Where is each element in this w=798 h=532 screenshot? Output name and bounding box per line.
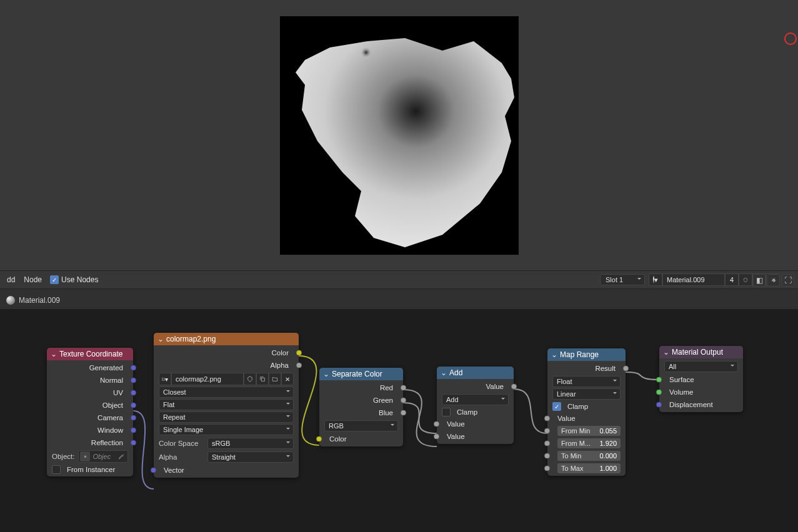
- image-browse-button[interactable]: ▾: [159, 373, 171, 385]
- source-dropdown[interactable]: Single Image: [159, 424, 294, 435]
- socket-surface[interactable]: [656, 377, 662, 383]
- object-field[interactable]: ▫ Objec: [78, 450, 128, 463]
- socket-red[interactable]: [401, 385, 406, 391]
- interp-type-dropdown[interactable]: Linear: [552, 388, 621, 400]
- eyedropper-icon[interactable]: [116, 451, 126, 461]
- node-texture-coordinate[interactable]: ⌄ Texture Coordinate Generated Normal UV…: [47, 348, 133, 476]
- node-image-texture[interactable]: ⌄ colormap2.png Color Alpha ▾ colormap2.…: [154, 333, 299, 478]
- socket-window[interactable]: [131, 428, 136, 433]
- user-count[interactable]: 4: [725, 273, 739, 286]
- fake-user-button[interactable]: [739, 273, 752, 286]
- node-header[interactable]: ⌄ Map Range: [547, 348, 626, 361]
- folder-icon: [272, 376, 278, 382]
- node-header[interactable]: ⌄ Material Output: [659, 346, 743, 358]
- node-editor-canvas[interactable]: ⌄ Texture Coordinate Generated Normal UV…: [0, 309, 798, 532]
- shield-icon: [743, 277, 748, 283]
- node-map-range[interactable]: ⌄ Map Range Result Float Linear Clamp Va…: [547, 348, 626, 476]
- projection-dropdown[interactable]: Flat: [159, 399, 294, 410]
- colorspace-dropdown[interactable]: sRGB: [207, 438, 294, 449]
- svg-rect-3: [162, 378, 165, 380]
- from-instancer-toggle[interactable]: From Instancer: [47, 464, 133, 475]
- snap-toggle-icon[interactable]: ⌖: [767, 274, 780, 287]
- interpolation-dropdown[interactable]: Closest: [159, 387, 294, 398]
- svg-rect-4: [261, 378, 264, 381]
- slot-dropdown[interactable]: Slot 1: [600, 274, 645, 285]
- operation-dropdown[interactable]: Add: [442, 394, 509, 405]
- svg-point-1: [352, 45, 389, 82]
- socket-uv[interactable]: [131, 390, 136, 396]
- image-selector: ▾ colormap2.png ✕: [159, 373, 294, 385]
- socket-blue[interactable]: [401, 410, 406, 416]
- target-dropdown[interactable]: All: [664, 361, 738, 372]
- node-separate-color[interactable]: ⌄ Separate Color Red Green Blue RGB Colo…: [319, 368, 403, 446]
- from-max-field[interactable]: From M...1.920: [557, 438, 621, 448]
- node-math-add[interactable]: ⌄ Add Value Add Clamp Value Value: [437, 367, 514, 444]
- socket-vector[interactable]: [151, 468, 156, 473]
- socket-alpha[interactable]: [296, 363, 302, 368]
- from-min-field[interactable]: From Min0.055: [557, 426, 621, 436]
- socket-normal[interactable]: [131, 378, 136, 383]
- socket-object[interactable]: [131, 403, 136, 408]
- clamp-toggle[interactable]: Clamp: [547, 401, 626, 412]
- new-image-button[interactable]: [256, 373, 269, 385]
- open-image-button[interactable]: [269, 373, 281, 385]
- socket-value-in[interactable]: [544, 416, 550, 421]
- material-icon: [6, 296, 15, 305]
- alpha-mode-dropdown[interactable]: Straight: [207, 451, 294, 463]
- node-header[interactable]: ⌄ Add: [437, 367, 514, 379]
- socket-value-out[interactable]: [511, 384, 517, 390]
- socket-value-2[interactable]: [434, 434, 439, 440]
- menu-add[interactable]: dd: [2, 275, 19, 284]
- image-name-field[interactable]: colormap2.png: [171, 373, 244, 385]
- socket-value-1[interactable]: [434, 421, 439, 427]
- breadcrumb-material[interactable]: Material.009: [19, 296, 60, 305]
- texture-preview: [280, 16, 519, 255]
- socket-green[interactable]: [401, 398, 406, 403]
- socket-color[interactable]: [296, 350, 302, 356]
- viewport-gizmo[interactable]: [784, 6, 798, 69]
- material-browse-icon[interactable]: ▾: [649, 273, 662, 286]
- sphere-icon: [653, 276, 654, 283]
- overlay-toggle-icon[interactable]: ◧: [753, 274, 766, 287]
- socket-from-min[interactable]: [544, 428, 550, 434]
- socket-result[interactable]: [623, 366, 629, 372]
- chevron-down-icon: ⌄: [323, 370, 329, 378]
- checkbox-icon: [50, 275, 59, 284]
- color-mode-dropdown[interactable]: RGB: [324, 420, 398, 431]
- clamp-toggle[interactable]: Clamp: [437, 406, 514, 418]
- node-material-output[interactable]: ⌄ Material Output All Surface Volume Dis…: [659, 346, 743, 412]
- checkbox-icon: [552, 402, 561, 411]
- node-breadcrumb: Material.009: [0, 292, 798, 309]
- node-header[interactable]: ⌄ Texture Coordinate: [47, 348, 133, 360]
- use-nodes-toggle[interactable]: Use Nodes: [50, 275, 98, 284]
- viewport-3d[interactable]: [0, 0, 798, 270]
- socket-displacement[interactable]: [656, 402, 662, 408]
- checkbox-icon: [442, 408, 451, 416]
- fake-user-button[interactable]: [244, 373, 256, 385]
- data-type-dropdown[interactable]: Float: [552, 376, 621, 387]
- chevron-down-icon: ⌄: [551, 350, 557, 359]
- parent-node-icon[interactable]: ⛶: [782, 274, 794, 287]
- socket-reflection[interactable]: [131, 440, 136, 446]
- node-header[interactable]: ⌄ colormap2.png: [154, 333, 299, 345]
- socket-from-max[interactable]: [544, 441, 550, 446]
- socket-camera[interactable]: [131, 415, 136, 421]
- socket-color-in[interactable]: [316, 436, 322, 442]
- chevron-down-icon: ⌄: [51, 350, 57, 358]
- node-editor-header: dd Node Use Nodes Slot 1 ▾ Material.009 …: [0, 270, 798, 289]
- menu-node[interactable]: Node: [19, 275, 46, 284]
- cube-icon: ▫: [80, 451, 90, 461]
- socket-to-max[interactable]: [544, 466, 550, 471]
- socket-to-min[interactable]: [544, 453, 550, 459]
- checkbox-icon: [52, 465, 61, 474]
- chevron-down-icon: ⌄: [157, 335, 164, 343]
- node-header[interactable]: ⌄ Separate Color: [319, 368, 403, 380]
- to-min-field[interactable]: To Min0.000: [557, 451, 621, 461]
- unlink-image-button[interactable]: ✕: [281, 373, 294, 385]
- chevron-down-icon: ⌄: [663, 348, 669, 357]
- to-max-field[interactable]: To Max1.000: [557, 463, 621, 473]
- extension-dropdown[interactable]: Repeat: [159, 411, 294, 423]
- material-name-field[interactable]: Material.009: [662, 273, 725, 286]
- socket-generated[interactable]: [131, 365, 136, 371]
- socket-volume[interactable]: [656, 390, 662, 395]
